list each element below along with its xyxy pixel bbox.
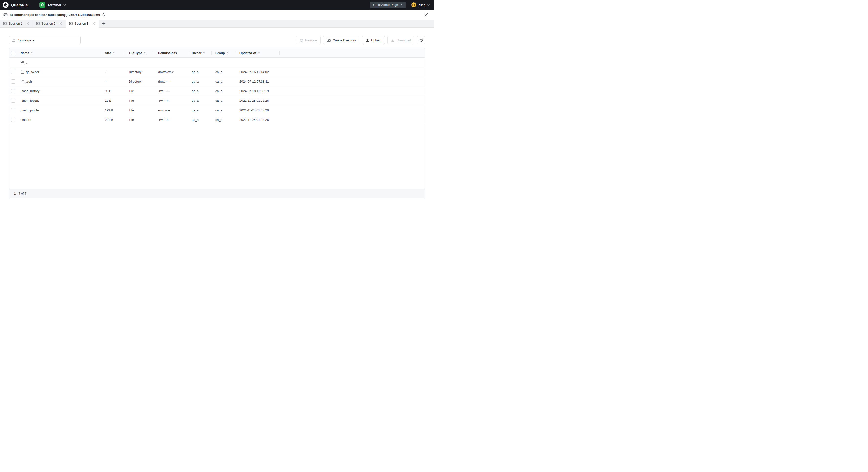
file-permissions: -rw------- [154,89,188,93]
refresh-button[interactable] [417,36,425,44]
file-group: qa_a [212,118,236,122]
file-type: File [125,99,154,102]
sort-icon[interactable] [258,52,260,55]
sort-icon[interactable] [226,52,228,55]
folder-open-icon [21,61,25,64]
file-permissions: -rw-r--r-- [154,108,188,112]
file-name: .ssh [26,80,32,83]
app-selector-label: Terminal [48,3,61,7]
session-tab-bar: Session 1 Session 2 Session 3 [0,20,434,28]
file-type: File [125,89,154,93]
file-permissions: drwxrwxr-x [154,70,188,74]
file-group: qa_a [212,108,236,112]
user-menu[interactable]: allen [411,2,430,7]
parent-directory-label: .. [26,61,28,64]
tab-close-icon[interactable] [92,22,96,25]
terminal-app-icon [39,2,45,8]
file-group: qa_a [212,80,236,83]
file-name: .bash_profile [21,108,39,112]
tab-close-icon[interactable] [26,22,30,25]
chevron-down-icon [427,4,430,6]
file-size: 193 B [101,108,125,112]
row-checkbox[interactable] [11,108,16,112]
go-to-admin-page-button[interactable]: Go to Admin Page [370,2,406,8]
file-type: File [125,118,154,122]
table-empty-space [9,124,425,188]
row-count: 1 - 7 of 7 [14,192,26,196]
download-label: Download [397,38,411,42]
sort-icon[interactable] [203,52,205,55]
file-updated-at: 2021-11-25 01:33:26 [236,108,280,112]
external-link-icon [400,3,403,7]
download-button[interactable]: Download [387,36,414,44]
upload-button[interactable]: Upload [362,36,385,44]
create-directory-label: Create Directory [333,38,356,42]
row-checkbox[interactable] [11,118,16,122]
path-input[interactable] [18,38,78,42]
remove-button[interactable]: Remove [296,36,320,44]
tab-session-2[interactable]: Session 2 [33,20,66,28]
table-row[interactable]: .ssh - Directory drwx------ qa_a qa_a 20… [9,77,425,86]
tab-session-3[interactable]: Session 3 [66,20,99,28]
row-checkbox[interactable] [11,80,16,84]
file-size: 18 B [101,99,125,102]
table-row[interactable]: .bash_profile 193 B File -rw-r--r-- qa_a… [9,106,425,115]
file-type: Directory [125,70,154,74]
file-group: qa_a [212,70,236,74]
folder-icon [21,70,25,74]
file-name: .bash_logout [21,99,39,102]
upload-label: Upload [371,38,381,42]
tab-close-icon[interactable] [59,22,63,25]
server-bar: qa-commandpie-centos7-autoscaling(i-05e7… [0,10,434,20]
add-session-icon[interactable] [99,20,108,28]
table-row[interactable]: .bash_logout 18 B File -rw-r--r-- qa_a q… [9,96,425,106]
table-row[interactable]: .bashrc 231 B File -rw-r--r-- qa_a qa_a … [9,115,425,124]
server-switch-caret-icon[interactable] [102,12,105,17]
querypie-logo-icon [2,2,9,8]
session-icon [69,22,72,25]
tab-label: Session 2 [41,22,56,25]
column-header-name[interactable]: Name [17,49,101,57]
column-header-owner[interactable]: Owner [188,49,212,57]
column-header-size[interactable]: Size [101,49,125,57]
refresh-icon [419,38,423,42]
row-checkbox[interactable] [11,70,16,74]
chevron-down-icon [63,4,66,6]
folder-icon [21,80,25,83]
sort-icon[interactable] [144,52,146,55]
create-directory-button[interactable]: Create Directory [323,36,360,44]
table-header: Name Size File Type Permissions Owner Gr… [9,49,425,58]
download-icon [391,38,395,42]
select-all-checkbox[interactable] [11,51,16,55]
row-checkbox[interactable] [11,89,16,93]
table-row[interactable]: qa_folder - Directory drwxrwxr-x qa_a qa… [9,67,425,77]
sort-icon[interactable] [31,52,32,55]
file-toolbar: Remove Create Directory [9,36,425,44]
sort-icon[interactable] [113,52,115,55]
topbar: QueryPie Terminal Go to Admin Page [0,0,434,10]
column-header-updated-at[interactable]: Updated At [236,49,280,57]
table-footer: 1 - 7 of 7 [9,188,425,198]
file-permissions: drwx------ [154,80,188,83]
file-type: File [125,108,154,112]
admin-page-label: Go to Admin Page [373,3,398,7]
tab-label: Session 1 [8,22,23,25]
server-icon [3,13,7,17]
column-header-filler [280,49,425,57]
file-owner: qa_a [188,70,212,74]
close-connection-icon[interactable] [424,12,429,17]
file-size: - [101,70,125,74]
file-owner: qa_a [188,89,212,93]
tab-session-1[interactable]: Session 1 [0,20,33,28]
app-selector[interactable]: Terminal [39,2,66,8]
file-size: - [101,80,125,83]
file-type: Directory [125,80,154,83]
table-row[interactable]: .bash_history 93 B File -rw------- qa_a … [9,86,425,96]
parent-directory-row[interactable]: .. [9,58,425,67]
column-header-file-type[interactable]: File Type [125,49,154,57]
row-checkbox[interactable] [11,98,16,103]
file-permissions: -rw-r--r-- [154,99,188,102]
file-browser: Remove Create Directory [0,28,434,198]
column-header-group[interactable]: Group [212,49,236,57]
file-name: .bashrc [21,118,31,122]
